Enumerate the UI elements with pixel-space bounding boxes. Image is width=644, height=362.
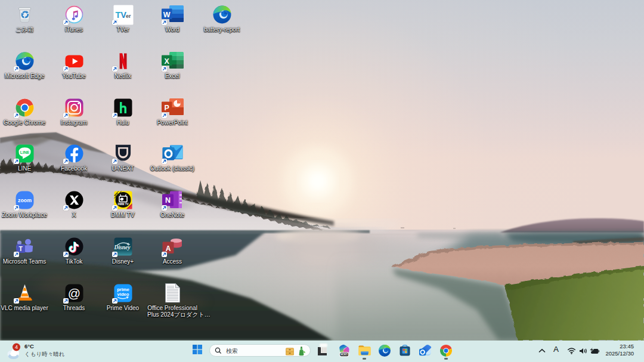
- svg-text:M365: M365: [340, 353, 348, 356]
- svg-text:4: 4: [15, 344, 18, 350]
- svg-text:Disney: Disney: [113, 245, 131, 250]
- svg-text:T: T: [18, 245, 23, 252]
- svg-text:X: X: [164, 57, 169, 66]
- svg-text:N: N: [165, 196, 170, 205]
- svg-text:DMM TV: DMM TV: [117, 203, 129, 206]
- svg-text:W: W: [163, 11, 170, 19]
- svg-text:LINE: LINE: [20, 150, 29, 154]
- svg-text:er: er: [126, 13, 131, 19]
- svg-text:zoom: zoom: [18, 197, 32, 203]
- svg-text:P: P: [164, 104, 169, 112]
- svg-text:TV: TV: [115, 10, 126, 20]
- svg-text:video: video: [117, 292, 129, 297]
- svg-text:@: @: [67, 286, 80, 300]
